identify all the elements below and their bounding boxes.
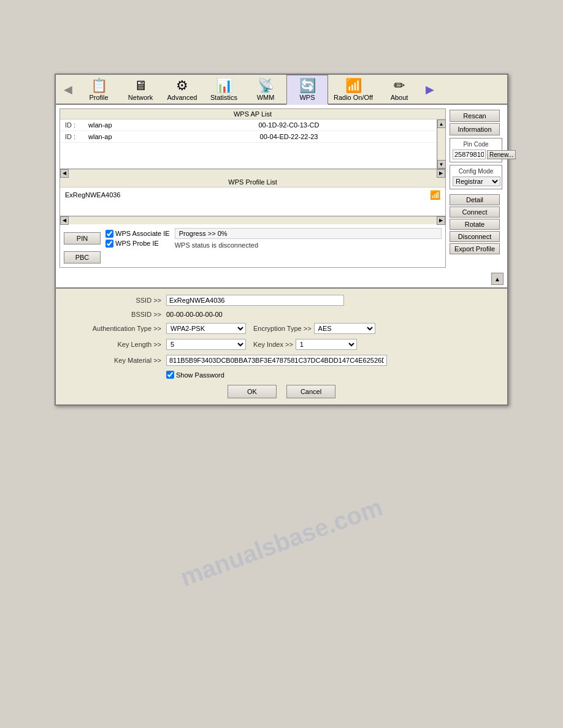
tab-wps[interactable]: 🔄 WPS (286, 75, 328, 105)
tab-profile-label: Profile (89, 94, 108, 101)
config-mode-group: Config Mode Registrar Enrollee (450, 165, 502, 189)
export-profile-button[interactable]: Export Profile (450, 243, 500, 254)
key-material-row: Key Material >> (68, 355, 495, 366)
tab-statistics-label: Statistics (210, 94, 237, 101)
main-window: ◀ 📋 Profile 🖥 Network ⚙ Advanced 📊 Stati… (55, 74, 508, 406)
cancel-button[interactable]: Cancel (286, 385, 335, 398)
tab-about-label: About (391, 94, 408, 101)
rotate-button[interactable]: Rotate (450, 219, 500, 230)
disconnect-button[interactable]: Disconnect (450, 231, 500, 242)
tab-network[interactable]: 🖥 Network (120, 75, 161, 104)
detail-button[interactable]: Detail (450, 194, 500, 205)
bssid-value: 00-00-00-00-00-00 (166, 311, 223, 318)
tab-radio-label: Radio On/Off (334, 94, 373, 101)
ap-row-2-id: ID : (65, 133, 83, 140)
tab-wmm-label: WMM (257, 94, 275, 101)
statistics-icon: 📊 (216, 79, 232, 93)
progress-area: Progress >> 0% WPS status is disconnecte… (175, 228, 442, 249)
nav-forward-arrow[interactable]: ▶ (420, 75, 440, 104)
hscroll-right-btn[interactable]: ▶ (437, 169, 445, 178)
wifi-signal-icon: 📶 (430, 190, 440, 200)
key-length-index-row: Key Length >> 5 13 Key Index >> 1 2 3 4 (68, 339, 495, 350)
show-password-checkbox[interactable] (166, 371, 174, 379)
scroll-down-btn[interactable]: ▼ (437, 160, 446, 169)
pin-pbc-section: PIN WPS Associate IE WPS Probe IE (60, 224, 445, 267)
auth-type-select[interactable]: WPA2-PSK Open Shared WPA-PSK (166, 323, 246, 334)
ap-list-area: ID : wlan-ap 00-1D-92-C0-13-CD 1 ID : wl… (60, 119, 445, 169)
ok-cancel-row: OK Cancel (68, 385, 495, 398)
wps-associate-ie-checkbox[interactable] (105, 230, 113, 238)
ssid-input[interactable] (166, 295, 344, 306)
auth-label: Authentication Type >> (68, 325, 166, 332)
wps-probe-ie-checkbox[interactable] (105, 240, 113, 248)
key-material-input[interactable] (166, 355, 387, 366)
scroll-up-btn[interactable]: ▲ (437, 119, 446, 128)
renew-button[interactable]: Renew... (487, 150, 516, 159)
tab-profile[interactable]: 📋 Profile (78, 75, 120, 104)
profile-hscroll-left[interactable]: ◀ (60, 216, 69, 225)
nav-back-arrow[interactable]: ◀ (58, 75, 78, 104)
connect-button[interactable]: Connect (450, 207, 500, 218)
tab-radio[interactable]: 📶 Radio On/Off (328, 75, 378, 104)
network-icon: 🖥 (134, 79, 147, 93)
ap-list-scrollbar[interactable]: ▲ ▼ (437, 119, 445, 169)
pin-code-label: Pin Code (453, 141, 499, 148)
pbc-button[interactable]: PBC (64, 251, 101, 264)
wps-icon: 🔄 (299, 79, 316, 93)
scroll-top-arrow[interactable]: ▲ (491, 273, 504, 285)
wps-probe-ie-label[interactable]: WPS Probe IE (105, 240, 170, 248)
information-button[interactable]: Information (450, 123, 500, 135)
hscroll-track (69, 170, 437, 177)
ssid-row: SSID >> (68, 295, 495, 306)
rescan-button[interactable]: Rescan (450, 110, 500, 122)
advanced-icon: ⚙ (176, 79, 188, 93)
bssid-label: BSSID >> (68, 311, 166, 318)
wmm-icon: 📡 (258, 79, 274, 93)
ap-row-2[interactable]: ID : wlan-ap 00-04-ED-22-22-23 1 (60, 131, 445, 143)
key-material-label: Key Material >> (68, 357, 166, 364)
ap-row-1[interactable]: ID : wlan-ap 00-1D-92-C0-13-CD 1 (60, 119, 445, 131)
enc-type-select[interactable]: AES TKIP None (314, 323, 375, 334)
pin-button[interactable]: PIN (64, 232, 101, 245)
wps-left-panel: WPS AP List ID : wlan-ap 00-1D-92-C0-13-… (59, 108, 446, 268)
show-password-row: Show Password (68, 371, 495, 379)
watermark: manualsbase.com (177, 493, 386, 592)
config-mode-label: Config Mode (453, 168, 499, 175)
pin-code-row: Renew... (453, 150, 499, 159)
tab-about[interactable]: ✏ About (378, 75, 420, 104)
ap-list-title: WPS AP List (60, 109, 445, 119)
show-password-text: Show Password (176, 371, 224, 379)
key-index-select[interactable]: 1 2 3 4 (296, 339, 357, 350)
show-password-label[interactable]: Show Password (166, 371, 224, 379)
pin-code-group: Pin Code Renew... (450, 138, 502, 162)
profile-hscroll-track (69, 217, 437, 224)
profile-list-area: ExRegNWEA4036 📶 (60, 188, 445, 216)
auth-enc-row: Authentication Type >> WPA2-PSK Open Sha… (68, 323, 495, 334)
wps-content: WPS AP List ID : wlan-ap 00-1D-92-C0-13-… (56, 105, 507, 287)
tab-statistics[interactable]: 📊 Statistics (203, 75, 245, 104)
tab-advanced[interactable]: ⚙ Advanced (161, 75, 203, 104)
tab-advanced-label: Advanced (167, 94, 197, 101)
pin-pbc-row: PIN WPS Associate IE WPS Probe IE (64, 228, 442, 249)
status-text: WPS status is disconnected (175, 241, 442, 249)
pin-code-input[interactable] (453, 150, 486, 159)
ap-row-2-mac: 00-04-ED-22-22-23 (155, 133, 423, 140)
ap-row-2-name: wlan-ap (88, 133, 150, 140)
key-length-select[interactable]: 5 13 (166, 339, 246, 350)
profile-name: ExRegNWEA4036 (65, 191, 425, 199)
config-mode-select[interactable]: Registrar Enrollee (453, 176, 500, 186)
ap-row-1-id: ID : (65, 121, 83, 129)
tab-network-label: Network (128, 94, 153, 101)
key-length-label: Key Length >> (68, 341, 166, 348)
registration-form: SSID >> BSSID >> 00-00-00-00-00-00 Authe… (56, 287, 507, 404)
enc-label: Encryption Type >> (253, 325, 312, 332)
wps-associate-ie-label[interactable]: WPS Associate IE (105, 230, 170, 238)
ssid-label: SSID >> (68, 297, 166, 304)
wps-probe-ie-text: WPS Probe IE (115, 240, 159, 247)
tab-wmm[interactable]: 📡 WMM (245, 75, 286, 104)
scroll-track (438, 128, 445, 160)
profile-row-1[interactable]: ExRegNWEA4036 📶 (60, 188, 445, 202)
ok-button[interactable]: OK (228, 385, 277, 398)
profile-hscroll-right[interactable]: ▶ (437, 216, 445, 225)
hscroll-left-btn[interactable]: ◀ (60, 169, 69, 178)
